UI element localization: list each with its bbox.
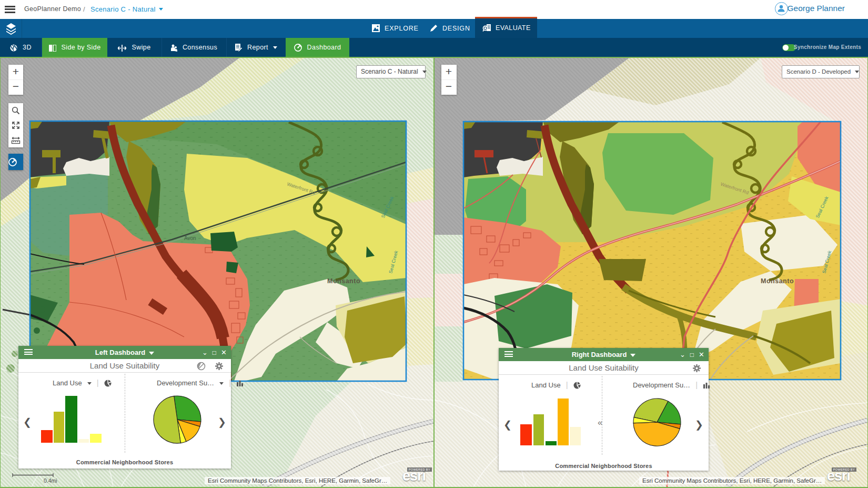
svg-text:Avon: Avon bbox=[184, 235, 196, 241]
svg-text:Monsanto: Monsanto bbox=[327, 277, 360, 285]
svg-text:0.4mi: 0.4mi bbox=[44, 477, 57, 484]
svg-text:Monsanto: Monsanto bbox=[761, 277, 794, 285]
